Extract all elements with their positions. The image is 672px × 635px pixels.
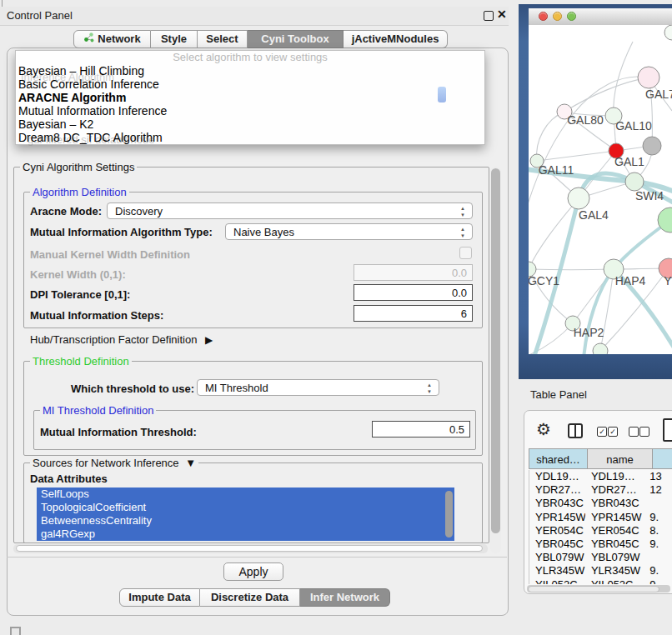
kernel-width-field[interactable]: 0.0 (354, 264, 473, 281)
bottom-tab-infer-network[interactable]: Infer Network (300, 588, 390, 607)
control-panel-tabs: NetworkStyleSelectCyni ToolboxjActiveMNo… (73, 30, 448, 48)
cyni-settings-group-title: Cyni Algorithm Settings (20, 161, 137, 173)
dropdown-item[interactable]: ARACNE Algorithm (16, 91, 484, 104)
dropdown-item[interactable]: Basic Correlation Inference (16, 78, 484, 91)
close-icon[interactable]: ✕ (497, 8, 507, 21)
which-threshold-select[interactable]: MI Threshold ▲▼ (197, 379, 439, 396)
tab-select[interactable]: Select (198, 30, 248, 48)
select-all-icon-2[interactable]: ✓ (608, 427, 618, 437)
zoom-traffic-light[interactable] (567, 12, 576, 21)
network-canvas[interactable]: GAL7GAL80GAL10GAL1GAL11GAL4SWI4GCY1HAP4Y… (529, 25, 672, 354)
settings-vscrollbar-thumb[interactable] (491, 168, 500, 533)
mi-threshold-field[interactable]: 0.5 (372, 421, 470, 438)
table-row[interactable]: YDL19…YDL19…13 (529, 470, 672, 483)
table-row[interactable]: YBR045CYBR045C9. (529, 538, 672, 551)
attributes-list-scrollbar[interactable] (445, 491, 453, 538)
network-node[interactable] (664, 25, 672, 40)
table-hscrollbar-thumb[interactable] (528, 586, 659, 592)
table-cell: YBR045C (529, 538, 585, 551)
table-cell: 12 (646, 483, 672, 497)
column-header-cut[interactable] (653, 448, 672, 469)
network-node[interactable] (638, 67, 659, 88)
expanded-arrow-icon[interactable]: ▼ (185, 457, 196, 469)
network-edge (537, 112, 564, 161)
sources-group-title: Sources for Network Inference ▼ (30, 457, 198, 469)
table-cell: YER054C (529, 524, 585, 538)
table-row[interactable]: YBL079WYBL079W (529, 551, 672, 564)
control-panel-title: Control Panel (7, 9, 73, 22)
mi-steps-field[interactable]: 6 (354, 305, 473, 322)
data-attribute-item[interactable]: gal4RGexp (37, 528, 454, 541)
tab-jactivemnodules[interactable]: jActiveMNodules (344, 30, 448, 48)
settings-hscrollbar-track[interactable] (13, 544, 488, 553)
network-node[interactable] (625, 172, 644, 191)
mi-type-select[interactable]: Naive Bayes ▲▼ (225, 223, 473, 240)
network-node-label: GAL7 (645, 88, 672, 101)
table-row[interactable]: YIL052CYIL052C9 (529, 578, 672, 585)
table-cell: YBL079W (529, 551, 585, 564)
table-row[interactable]: YDR27…YDR27…12 (529, 483, 672, 497)
table-hscrollbar-track[interactable] (527, 585, 670, 592)
column-header-shared…[interactable]: shared… (529, 448, 588, 469)
new-table-icon[interactable] (663, 418, 672, 442)
deselect-all-icon-2[interactable] (639, 427, 649, 437)
column-view-icon[interactable] (568, 423, 583, 438)
bottom-tab-impute-data[interactable]: Impute Data (119, 588, 200, 607)
table-cell: YIL052C (585, 578, 646, 585)
dropdown-items: Bayesian – Hill ClimbingBasic Correlatio… (16, 64, 484, 144)
dropdown-item[interactable]: Dream8 DC_TDC Algorithm (16, 131, 484, 144)
table-row[interactable]: YLR345WYLR345W9. (529, 564, 672, 578)
network-edge (564, 78, 649, 112)
dropdown-item[interactable]: Bayesian – K2 (16, 118, 484, 131)
tab-label: Cyni Toolbox (261, 31, 328, 48)
hub-definition-toggle[interactable]: Hub/Transcription Factor Definition ▶ (30, 333, 213, 346)
table-row[interactable]: YPR145WYPR145W9. (529, 511, 672, 524)
which-threshold-label: Which threshold to use: (71, 382, 194, 395)
data-attribute-item[interactable]: BetweennessCentrality (37, 514, 454, 528)
select-all-icon[interactable]: ✓ (597, 427, 607, 437)
mi-threshold-group-title: MI Threshold Definition (40, 404, 156, 417)
tab-style[interactable]: Style (151, 30, 198, 48)
table-cell (646, 497, 672, 510)
settings-vscrollbar-track[interactable] (490, 167, 501, 553)
tab-network[interactable]: Network (73, 30, 151, 48)
network-node[interactable] (593, 343, 608, 354)
network-node[interactable] (643, 137, 661, 155)
minimize-traffic-light[interactable] (553, 12, 562, 21)
dropdown-item[interactable]: Mutual Information Inference (16, 104, 484, 118)
tab-cyni-toolbox[interactable]: Cyni Toolbox (248, 30, 344, 48)
column-header-name[interactable]: name (588, 448, 653, 469)
close-traffic-light[interactable] (539, 12, 548, 21)
network-node-label: GAL4 (579, 208, 609, 222)
table-cell (646, 551, 672, 564)
aracne-mode-select[interactable]: Discovery ▲▼ (107, 202, 473, 219)
network-node-label: GAL10 (615, 119, 652, 132)
float-window-icon[interactable] (484, 11, 494, 21)
threshold-definition-title: Threshold Definition (30, 355, 132, 368)
manual-kernel-label: Manual Kernel Width Definition (30, 248, 190, 261)
table-cell: YDL19… (585, 470, 646, 483)
table-row[interactable]: YER054CYER054C8. (529, 524, 672, 538)
aracne-mode-label: Aracne Mode: (30, 205, 102, 218)
table-cell: YBR045C (585, 538, 646, 551)
bottom-tabs: Impute DataDiscretize DataInfer Network (119, 588, 390, 607)
table-row[interactable]: YBR043CYBR043C (529, 497, 672, 510)
docked-panel-icon[interactable] (10, 627, 21, 635)
table-panel-title: Table Panel (530, 388, 587, 401)
network-edge (529, 269, 614, 270)
table-cell: 9 (646, 578, 672, 585)
bottom-tab-discretize-data[interactable]: Discretize Data (200, 588, 300, 607)
settings-hscrollbar-thumb[interactable] (16, 545, 483, 552)
network-node[interactable] (568, 188, 589, 209)
dropdown-item[interactable]: Bayesian – Hill Climbing (16, 64, 484, 78)
table-cell: YBL079W (585, 551, 646, 564)
data-attribute-item[interactable]: SelfLoops (37, 488, 454, 501)
data-attribute-item[interactable]: TopologicalCoefficient (37, 501, 454, 514)
dpi-tolerance-field[interactable]: 0.0 (354, 284, 473, 301)
gear-icon[interactable]: ⚙ (536, 419, 551, 439)
network-window-titlebar[interactable] (529, 8, 672, 26)
apply-button[interactable]: Apply (223, 562, 283, 581)
deselect-all-icon[interactable] (629, 427, 639, 437)
manual-kernel-checkbox[interactable] (459, 247, 472, 259)
dpi-tolerance-label: DPI Tolerance [0,1]: (30, 288, 130, 301)
